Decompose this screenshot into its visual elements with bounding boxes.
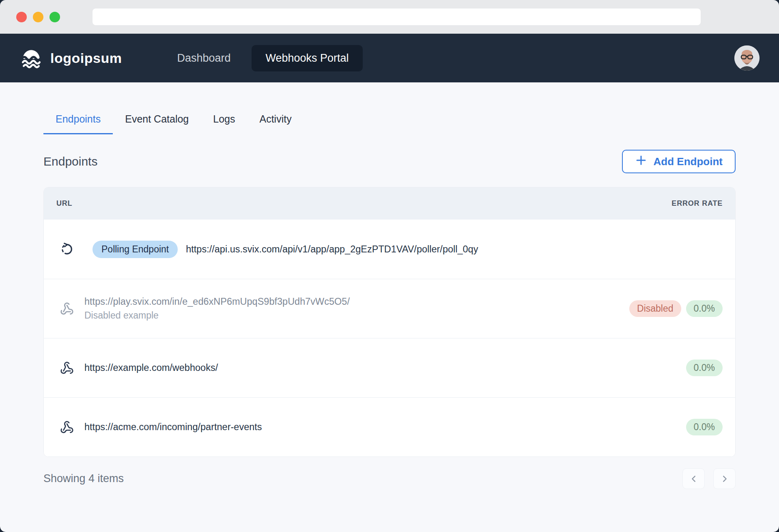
table-row[interactable]: https://play.svix.com/in/e_ed6xNP6mUpqS9…	[44, 279, 735, 338]
user-avatar[interactable]	[734, 45, 760, 71]
endpoint-url: https://example.com/webhooks/	[84, 362, 218, 373]
webhook-icon	[60, 302, 74, 316]
error-rate-badge: 0.0%	[686, 300, 723, 317]
polling-icon	[60, 242, 74, 256]
endpoint-url: https://api.us.svix.com/api/v1/app/app_2…	[186, 244, 478, 255]
logo: logoipsum	[19, 46, 122, 70]
pagination	[682, 468, 736, 489]
add-endpoint-label: Add Endpoint	[654, 155, 723, 168]
prev-page-button[interactable]	[682, 468, 705, 489]
chevron-left-icon	[689, 474, 698, 483]
portal-tabs: Endpoints Event Catalog Logs Activity	[43, 108, 736, 134]
nav-item-webhooks-portal[interactable]: Webhooks Portal	[252, 45, 362, 71]
address-bar[interactable]	[93, 9, 701, 25]
error-rate-badge: 0.0%	[686, 419, 723, 435]
minimize-window-button[interactable]	[33, 12, 43, 22]
primary-nav: Dashboard Webhooks Portal	[166, 45, 362, 71]
title-row: Endpoints Add Endpoint	[43, 150, 736, 173]
column-header-url: URL	[56, 199, 72, 208]
nav-item-dashboard[interactable]: Dashboard	[166, 45, 241, 71]
close-window-button[interactable]	[16, 12, 27, 22]
next-page-button[interactable]	[713, 468, 736, 489]
browser-chrome	[0, 0, 779, 34]
polling-endpoint-badge: Polling Endpoint	[93, 241, 178, 258]
browser-window: logoipsum Dashboard Webhooks Portal Endp…	[0, 0, 779, 532]
error-rate-badge: 0.0%	[686, 360, 723, 376]
tab-logs[interactable]: Logs	[201, 108, 247, 134]
page-title: Endpoints	[43, 155, 97, 168]
table-row[interactable]: https://example.com/webhooks/ 0.0%	[44, 338, 735, 397]
table-row[interactable]: Polling Endpoint https://api.us.svix.com…	[44, 220, 735, 279]
column-header-error-rate: ERROR RATE	[671, 199, 723, 208]
items-count: Showing 4 items	[43, 472, 124, 485]
app-header: logoipsum Dashboard Webhooks Portal	[0, 34, 779, 82]
maximize-window-button[interactable]	[49, 12, 60, 22]
table-header: URL ERROR RATE	[44, 187, 735, 220]
tab-event-catalog[interactable]: Event Catalog	[113, 108, 201, 134]
list-footer: Showing 4 items	[43, 468, 736, 505]
add-endpoint-button[interactable]: Add Endpoint	[622, 150, 736, 173]
endpoint-url: https://play.svix.com/in/e_ed6xNP6mUpqS9…	[84, 296, 350, 307]
disabled-status-badge: Disabled	[629, 300, 681, 317]
logoipsum-icon	[19, 46, 43, 70]
chevron-right-icon	[720, 474, 729, 483]
endpoint-description: Disabled example	[84, 310, 350, 321]
window-controls	[16, 12, 60, 22]
tab-activity[interactable]: Activity	[247, 108, 303, 134]
webhook-icon	[60, 361, 74, 375]
tab-endpoints[interactable]: Endpoints	[43, 108, 113, 134]
webhook-icon	[60, 420, 74, 434]
logo-text: logoipsum	[50, 50, 122, 66]
plus-icon	[635, 154, 647, 169]
portal-content: Endpoints Event Catalog Logs Activity En…	[0, 82, 779, 532]
endpoints-table: URL ERROR RATE Polling Endpoint https://…	[43, 187, 736, 457]
table-row[interactable]: https://acme.com/incoming/partner-events…	[44, 397, 735, 457]
endpoint-url: https://acme.com/incoming/partner-events	[84, 422, 262, 433]
